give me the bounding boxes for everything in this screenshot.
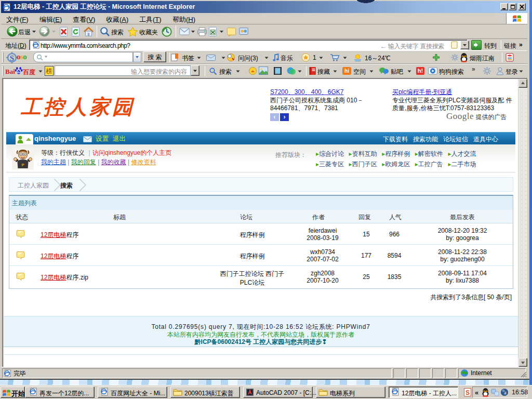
svg-text:S: S xyxy=(10,54,14,62)
svg-text:a: a xyxy=(504,390,507,395)
svg-text:P: P xyxy=(21,163,24,167)
svg-text:du: du xyxy=(17,71,21,74)
